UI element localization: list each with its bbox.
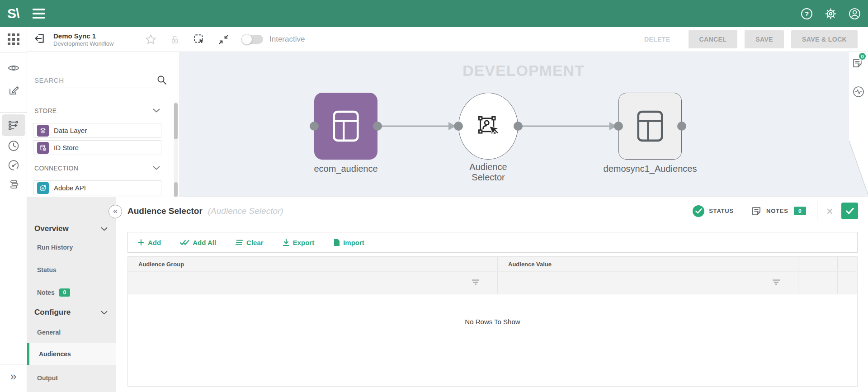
- column-header-audience-value[interactable]: Audience Value: [498, 257, 798, 271]
- account-icon[interactable]: [849, 8, 861, 20]
- close-icon[interactable]: ×: [826, 205, 833, 217]
- favorite-star-icon[interactable]: [145, 33, 157, 46]
- view-eye-icon[interactable]: [7, 62, 19, 76]
- dashboard-gauge-icon[interactable]: [7, 159, 19, 173]
- node-label: demosync1_Audiences: [582, 164, 718, 174]
- workflow-toolbar: Demo Sync 1 Development Workflow: [27, 27, 868, 52]
- marquee-select-icon[interactable]: [193, 33, 205, 46]
- canvas-side-tools: 0: [849, 52, 868, 194]
- history-clock-icon[interactable]: [7, 140, 19, 153]
- clear-button[interactable]: Clear: [235, 239, 264, 246]
- audience-selector-icon: [476, 114, 500, 138]
- search-icon[interactable]: [156, 75, 167, 87]
- workflow-title: Demo Sync 1: [53, 32, 126, 40]
- notes-label[interactable]: NOTES: [766, 208, 788, 214]
- nav-item-audiences-selected[interactable]: Audiences: [27, 343, 116, 365]
- save-button[interactable]: SAVE: [745, 30, 784, 48]
- delete-button[interactable]: DELETE: [633, 30, 681, 48]
- import-button[interactable]: Import: [333, 238, 364, 246]
- nav-item-notes[interactable]: Notes 0: [37, 286, 70, 299]
- nav-section-label: Overview: [34, 224, 69, 233]
- chevron-down-icon: [101, 227, 108, 231]
- exit-workflow-icon[interactable]: [33, 33, 45, 46]
- palette-item-adobe-api[interactable]: Adobe API: [33, 180, 161, 195]
- scrollbar-thumb[interactable]: [174, 182, 178, 197]
- workflow-title-block: Demo Sync 1 Development Workflow: [53, 32, 126, 47]
- status-check-icon[interactable]: [693, 205, 704, 217]
- chevron-down-icon: [153, 109, 160, 113]
- nav-item-general[interactable]: General: [37, 326, 61, 339]
- save-lock-button[interactable]: SAVE & LOCK: [791, 30, 858, 48]
- search-input[interactable]: [34, 74, 168, 88]
- expand-panel-chevrons[interactable]: »: [10, 369, 16, 383]
- table-header-row: Audience Group Audience Value: [128, 257, 857, 271]
- filter-icon[interactable]: [472, 279, 479, 287]
- settings-gear-icon[interactable]: [825, 8, 837, 20]
- add-all-button[interactable]: Add All: [180, 239, 216, 246]
- nav-item-run-history[interactable]: Run History: [37, 241, 73, 254]
- table-icon: [637, 110, 664, 142]
- environment-watermark: DEVELOPMENT: [179, 62, 868, 80]
- table-filter-row: [128, 271, 857, 294]
- toolbar-buttons: DELETE CANCEL SAVE SAVE & LOCK: [633, 30, 858, 48]
- header-divider: [817, 201, 817, 221]
- add-all-label: Add All: [193, 239, 216, 246]
- node-label: ecom_audience: [278, 164, 414, 174]
- add-button[interactable]: Add: [137, 239, 161, 246]
- apps-grid-icon[interactable]: [8, 33, 19, 45]
- help-icon[interactable]: ?: [801, 8, 813, 20]
- nav-section-overview[interactable]: Overview: [34, 222, 109, 236]
- palette-item-label: Data Layer: [54, 127, 87, 134]
- table-icon: [332, 110, 359, 142]
- workflow-subtitle: Development Workflow: [53, 40, 126, 47]
- palette-item-data-layer[interactable]: Data Layer: [33, 123, 161, 138]
- palette-item-id-store[interactable]: ID Store: [33, 140, 161, 155]
- nav-item-status[interactable]: Status: [37, 263, 57, 277]
- interactive-toggle-label: Interactive: [269, 35, 305, 44]
- store-section-header[interactable]: STORE: [34, 107, 170, 114]
- connection-section-label: CONNECTION: [34, 165, 78, 172]
- collapse-panel-button[interactable]: «: [108, 205, 122, 218]
- confirm-check-button[interactable]: [841, 203, 858, 219]
- nav-item-output[interactable]: Output: [37, 371, 58, 385]
- column-header-audience-group[interactable]: Audience Group: [128, 257, 498, 271]
- export-label: Export: [293, 239, 315, 246]
- filter-icon[interactable]: [773, 279, 780, 287]
- nav-item-label: Notes: [37, 289, 55, 296]
- hamburger-menu-button[interactable]: [33, 9, 45, 19]
- layers-icon: [37, 125, 49, 137]
- node-demosync1-audiences[interactable]: [618, 93, 682, 160]
- scrollbar-thumb[interactable]: [174, 103, 178, 139]
- import-label: Import: [343, 239, 364, 246]
- palette-scrollbar[interactable]: [174, 102, 178, 198]
- notes-icon[interactable]: [751, 206, 762, 217]
- connection-section-header[interactable]: CONNECTION: [34, 165, 170, 172]
- inspector-header-actions: STATUS NOTES 0 ×: [693, 201, 858, 221]
- notes-count-badge: 0: [59, 288, 70, 297]
- inspector-subtitle: (Audience Selector): [208, 206, 283, 216]
- add-label: Add: [148, 239, 161, 246]
- collapse-view-icon[interactable]: [217, 33, 230, 46]
- unlock-icon[interactable]: [169, 34, 180, 45]
- workflow-pipeline-icon[interactable]: [7, 119, 19, 133]
- notes-count-badge: 0: [794, 207, 806, 215]
- activity-pulse-icon[interactable]: [852, 85, 865, 100]
- cancel-button[interactable]: CANCEL: [689, 30, 738, 48]
- data-stack-icon[interactable]: [8, 179, 19, 192]
- inspector-nav: Overview Run History Status Notes 0 Conf…: [27, 197, 116, 392]
- node-audience-selector[interactable]: [458, 93, 518, 160]
- status-label[interactable]: STATUS: [709, 208, 734, 214]
- app-logo[interactable]: S\: [7, 6, 19, 21]
- interactive-toggle[interactable]: [242, 35, 263, 44]
- export-button[interactable]: Export: [283, 239, 315, 246]
- inspector-main: « Audience Selector (Audience Selector) …: [116, 197, 868, 392]
- compose-edit-icon[interactable]: [8, 85, 19, 98]
- node-label: Audience Selector: [452, 162, 524, 183]
- database-icon: [37, 142, 49, 154]
- palette-item-label: ID Store: [54, 144, 79, 151]
- node-ecom-audience[interactable]: [314, 93, 377, 160]
- workflow-canvas[interactable]: DEVELOPMENT: [179, 52, 868, 197]
- left-icon-rail: »: [0, 27, 27, 392]
- nav-section-configure[interactable]: Configure: [34, 306, 109, 319]
- double-check-icon: [180, 239, 189, 246]
